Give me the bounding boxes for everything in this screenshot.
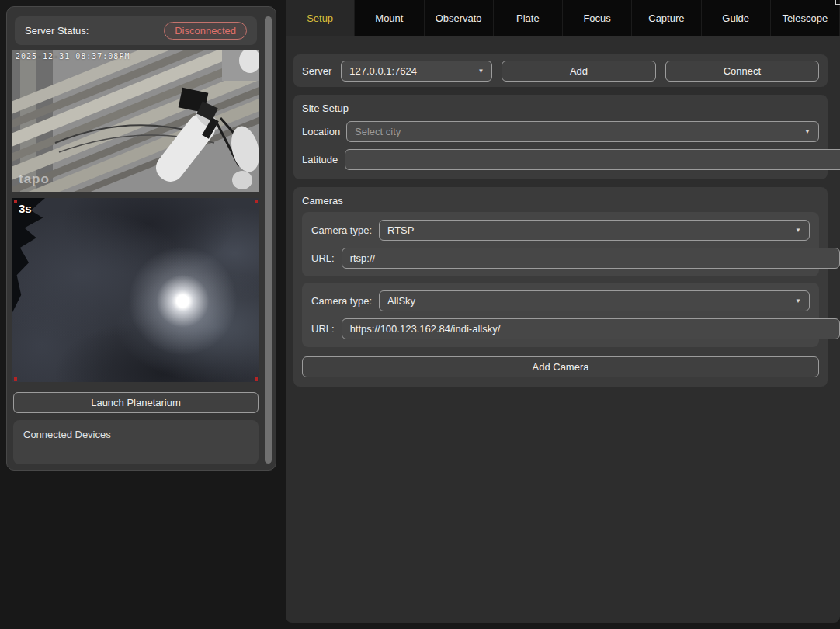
status-badge: Disconnected: [164, 22, 247, 40]
server-status-bar: Server Status: Disconnected: [15, 16, 257, 45]
chevron-down-icon: ▼: [477, 68, 484, 75]
tab-capture[interactable]: Capture: [632, 0, 701, 36]
tapo-watermark: tapo: [19, 172, 50, 187]
observatory-camera-image: [12, 50, 259, 192]
setup-tab-content: Server 127.0.0.1:7624 ▼ Add Connect Site…: [286, 36, 840, 623]
tab-telescope[interactable]: Telescope: [771, 0, 840, 36]
camera-type-value: AllSky: [387, 295, 415, 307]
allsky-camera-feed[interactable]: 3s: [12, 198, 259, 382]
tab-mount[interactable]: Mount: [355, 0, 424, 36]
camera-url-input[interactable]: [342, 318, 840, 339]
observatory-camera-feed[interactable]: 2025-12-31 08:37:08PM tapo: [12, 50, 259, 192]
url-label: URL:: [311, 252, 335, 264]
tab-plate[interactable]: Plate: [494, 0, 563, 36]
launch-planetarium-button[interactable]: Launch Planetarium: [13, 392, 259, 413]
location-dropdown[interactable]: Select city ▼: [346, 121, 819, 142]
tab-setup[interactable]: Setup: [286, 0, 355, 36]
connected-devices-panel: Connected Devices: [13, 420, 259, 464]
server-status-label: Server Status:: [25, 25, 89, 36]
latitude-input[interactable]: [345, 149, 840, 170]
server-label: Server: [302, 65, 331, 77]
camera-url-input[interactable]: [342, 248, 840, 269]
cameras-title: Cameras: [302, 195, 819, 207]
tab-observatory[interactable]: Observato: [425, 0, 494, 36]
main-area: Setup Mount Observato Plate Focus Captur…: [286, 0, 840, 623]
site-setup-panel: Site Setup Location Select city ▼ Latitu…: [293, 95, 828, 179]
corner-marker-icon: [255, 377, 258, 381]
sidebar: Server Status: Disconnected: [6, 6, 276, 471]
camera-type-dropdown[interactable]: RTSP ▼: [379, 220, 810, 241]
cameras-panel: Cameras Camera type: RTSP ▼ URL: Connect…: [293, 187, 828, 387]
tree-silhouette: [12, 198, 67, 322]
tab-focus[interactable]: Focus: [563, 0, 632, 36]
server-address-value: 127.0.0.1:7624: [349, 65, 417, 77]
server-panel: Server 127.0.0.1:7624 ▼ Add Connect: [293, 54, 828, 87]
exposure-label: 3s: [19, 202, 32, 215]
corner-marker-icon: [14, 377, 17, 381]
chevron-down-icon: ▼: [795, 227, 801, 234]
camera-type-label: Camera type:: [311, 224, 372, 236]
chevron-down-icon: ▼: [795, 297, 801, 304]
camera-card-rtsp: Camera type: RTSP ▼ URL: Connect Remove: [302, 212, 819, 276]
connected-devices-label: Connected Devices: [23, 429, 111, 440]
clipped-corner-element: [835, 0, 840, 5]
sidebar-scrollbar[interactable]: [265, 16, 272, 464]
latitude-label: Latitude: [302, 154, 338, 165]
camera-type-dropdown[interactable]: AllSky ▼: [379, 290, 810, 311]
location-label: Location: [302, 126, 339, 137]
camera-type-label: Camera type:: [311, 295, 372, 307]
add-camera-button[interactable]: Add Camera: [302, 356, 819, 377]
connect-server-button[interactable]: Connect: [665, 61, 819, 82]
chevron-down-icon: ▼: [804, 128, 810, 135]
add-server-button[interactable]: Add: [502, 61, 655, 82]
tab-guide[interactable]: Guide: [702, 0, 771, 36]
corner-marker-icon: [14, 200, 17, 203]
camera-card-allsky: Camera type: AllSky ▼ URL: Connect Remov…: [302, 283, 819, 347]
tab-bar: Setup Mount Observato Plate Focus Captur…: [286, 0, 840, 36]
url-label: URL:: [311, 323, 335, 335]
site-setup-title: Site Setup: [302, 103, 819, 114]
corner-marker-icon: [255, 200, 258, 203]
server-address-dropdown[interactable]: 127.0.0.1:7624 ▼: [341, 61, 492, 82]
camera-timestamp: 2025-12-31 08:37:08PM: [16, 52, 130, 61]
location-placeholder: Select city: [355, 126, 401, 137]
camera-type-value: RTSP: [387, 224, 414, 236]
